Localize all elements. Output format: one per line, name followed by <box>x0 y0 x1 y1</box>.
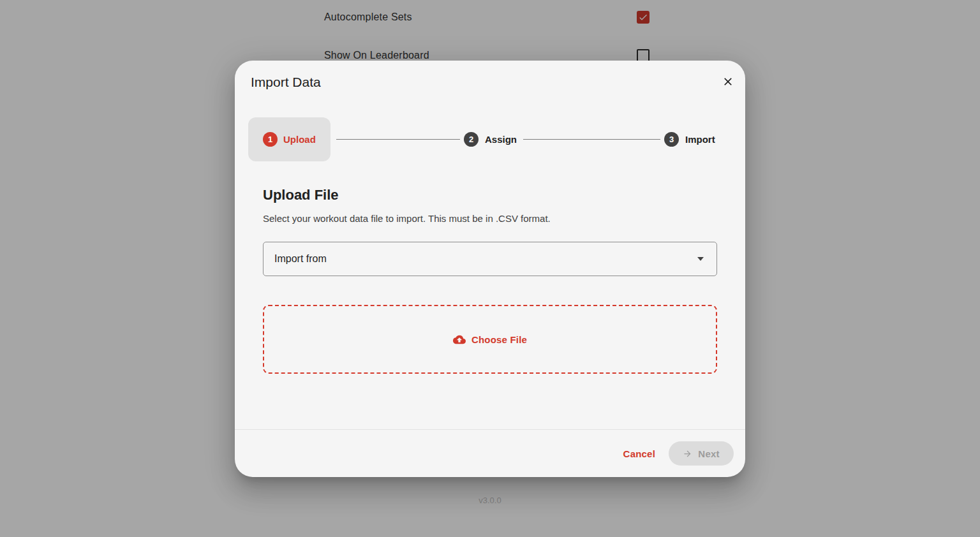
next-button-label: Next <box>698 448 719 459</box>
modal-title: Import Data <box>251 75 321 90</box>
cancel-button[interactable]: Cancel <box>623 448 655 459</box>
step-number-badge: 2 <box>464 132 479 147</box>
import-from-select-value: Import from <box>274 253 697 265</box>
upload-file-description: Select your workout data file to import.… <box>263 213 551 224</box>
stepper-step-import[interactable]: 3 Import <box>664 132 715 147</box>
stepper-connector-line <box>523 139 660 140</box>
next-button[interactable]: Next <box>669 441 734 466</box>
stepper-step-assign[interactable]: 2 Assign <box>464 132 517 147</box>
stepper-step-upload[interactable]: 1 Upload <box>248 117 330 161</box>
choose-file-label: Choose File <box>471 334 527 345</box>
modal-footer: Cancel Next <box>235 430 745 477</box>
step-number-badge: 1 <box>263 132 278 147</box>
import-data-modal: Import Data 1 Upload 2 Assign 3 Import U… <box>235 61 745 477</box>
choose-file-button[interactable]: Choose File <box>453 334 527 345</box>
cloud-upload-icon <box>453 334 466 345</box>
stepper-connector-line <box>336 139 460 140</box>
chevron-down-icon <box>697 257 704 261</box>
step-number-badge: 3 <box>664 132 679 147</box>
import-from-select[interactable]: Import from <box>263 242 717 276</box>
step-label-import: Import <box>685 134 715 145</box>
file-dropzone[interactable]: Choose File <box>263 305 717 374</box>
close-icon <box>722 75 734 88</box>
arrow-forward-icon <box>683 449 692 459</box>
close-button[interactable] <box>718 71 738 92</box>
upload-file-heading: Upload File <box>263 187 339 203</box>
step-label-assign: Assign <box>485 134 517 145</box>
step-label-upload: Upload <box>283 134 316 145</box>
